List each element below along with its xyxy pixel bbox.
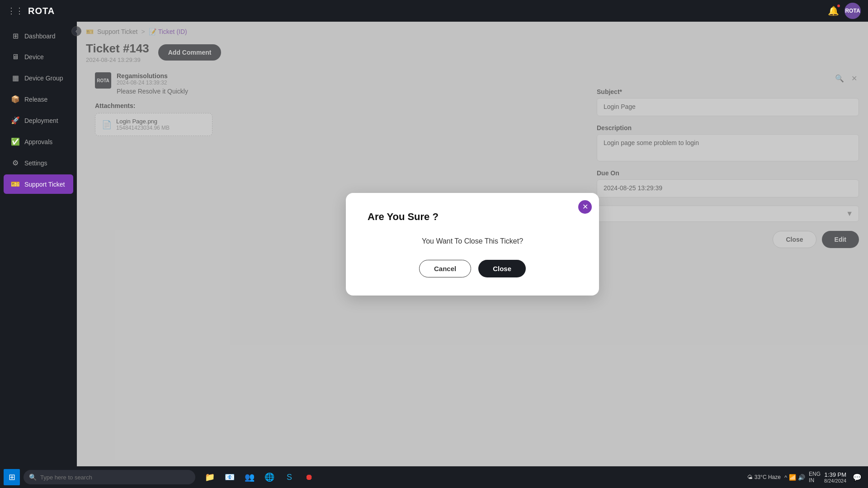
taskbar-weather: 🌤 33°C Haze <box>747 474 781 480</box>
taskbar-search[interactable]: 🔍 <box>24 470 195 484</box>
sidebar-item-label: Settings <box>24 160 47 167</box>
region-text: IN <box>809 477 821 483</box>
start-button[interactable]: ⊞ <box>4 469 20 485</box>
topbar-left: ⋮⋮ ROTA <box>7 6 55 16</box>
taskbar-app-red[interactable]: ⏺ <box>300 468 318 486</box>
notification-center-button[interactable]: 💬 <box>850 470 864 484</box>
sidebar-item-deployment[interactable]: 🚀 Deployment <box>4 111 73 130</box>
modal-buttons: Cancel Close <box>368 260 577 277</box>
dashboard-icon: ⊞ <box>11 32 20 40</box>
sidebar-item-label: Device <box>24 53 44 61</box>
sidebar-item-label: Support Ticket <box>24 181 65 188</box>
notifications[interactable]: 🔔 <box>828 5 839 16</box>
taskbar-app-chrome[interactable]: 🌐 <box>260 468 278 486</box>
sidebar-item-support-ticket[interactable]: 🎫 Support Ticket <box>4 174 73 194</box>
taskbar-time: 1:39 PM 8/24/2024 <box>824 471 846 483</box>
chevron-up-icon[interactable]: ^ <box>784 474 787 481</box>
taskbar-app-files[interactable]: 📁 <box>201 468 219 486</box>
taskbar-app-outlook[interactable]: 📧 <box>221 468 239 486</box>
taskbar-app-teams[interactable]: 👥 <box>241 468 259 486</box>
approvals-icon: ✅ <box>11 137 20 146</box>
taskbar-language: ENG IN <box>809 471 821 483</box>
weather-icon: 🌤 <box>747 474 753 480</box>
sidebar-item-release[interactable]: 📦 Release <box>4 89 73 109</box>
sidebar-item-label: Device Group <box>24 75 63 82</box>
network-icon: 📶 <box>789 474 796 481</box>
main-layout: ‹ ⊞ Dashboard 🖥 Device ▦ Device Group 📦 … <box>0 22 868 466</box>
sidebar: ‹ ⊞ Dashboard 🖥 Device ▦ Device Group 📦 … <box>0 22 77 466</box>
avatar[interactable]: ROTA <box>844 3 861 19</box>
confirmation-modal: ✕ Are You Sure ? You Want To Close This … <box>346 193 599 296</box>
modal-cancel-button[interactable]: Cancel <box>419 260 471 277</box>
device-icon: 🖥 <box>11 53 20 61</box>
sidebar-item-settings[interactable]: ⚙ Settings <box>4 153 73 173</box>
app-title: ROTA <box>28 6 55 16</box>
sidebar-item-label: Release <box>24 96 47 103</box>
language-text: ENG <box>809 471 821 477</box>
sidebar-item-label: Approvals <box>24 138 52 145</box>
sys-icons: ^ 📶 🔊 <box>784 474 805 481</box>
sidebar-item-device[interactable]: 🖥 Device <box>4 47 73 66</box>
taskbar-app-s[interactable]: S <box>280 468 298 486</box>
modal-overlay: ✕ Are You Sure ? You Want To Close This … <box>77 22 868 466</box>
notification-badge <box>836 4 841 8</box>
topbar: ⋮⋮ ROTA 🔔 ROTA <box>0 0 868 22</box>
grid-icon[interactable]: ⋮⋮ <box>7 6 24 16</box>
time-display: 1:39 PM <box>824 471 846 478</box>
taskbar-search-icon: 🔍 <box>29 474 37 481</box>
weather-text: 33°C Haze <box>755 474 781 480</box>
topbar-right: 🔔 ROTA <box>828 3 861 19</box>
modal-close-ticket-button[interactable]: Close <box>478 260 526 277</box>
modal-close-icon-button[interactable]: ✕ <box>578 200 592 214</box>
modal-message: You Want To Close This Ticket? <box>368 237 577 245</box>
sidebar-item-approvals[interactable]: ✅ Approvals <box>4 132 73 151</box>
x-icon: ✕ <box>582 202 588 211</box>
device-group-icon: ▦ <box>11 74 20 82</box>
taskbar-search-input[interactable] <box>40 474 190 481</box>
volume-icon: 🔊 <box>798 474 805 481</box>
sidebar-item-label: Deployment <box>24 117 58 124</box>
release-icon: 📦 <box>11 95 20 103</box>
date-display: 8/24/2024 <box>824 478 846 483</box>
taskbar-apps: 📁 📧 👥 🌐 S ⏺ <box>201 468 318 486</box>
support-ticket-icon: 🎫 <box>11 180 20 188</box>
sidebar-item-device-group[interactable]: ▦ Device Group <box>4 68 73 88</box>
sidebar-item-label: Dashboard <box>24 33 56 40</box>
content-area: 🎫 Support Ticket > 📝 Ticket (ID) Ticket … <box>77 22 868 466</box>
settings-icon: ⚙ <box>11 159 20 167</box>
taskbar-right: 🌤 33°C Haze ^ 📶 🔊 ENG IN 1:39 PM 8/24/20… <box>747 470 864 484</box>
sidebar-item-dashboard[interactable]: ⊞ Dashboard <box>4 26 73 46</box>
taskbar: ⊞ 🔍 📁 📧 👥 🌐 S ⏺ 🌤 33°C Haze ^ 📶 🔊 ENG IN… <box>0 466 868 488</box>
deployment-icon: 🚀 <box>11 116 20 125</box>
modal-title: Are You Sure ? <box>368 211 577 223</box>
